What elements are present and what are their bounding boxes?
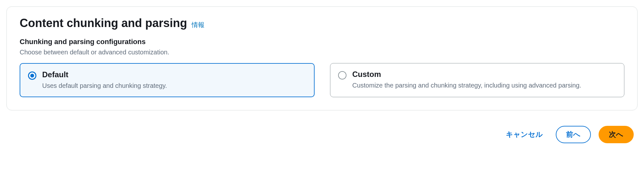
- option-custom-desc: Customize the parsing and chunking strat…: [352, 81, 616, 90]
- radio-custom[interactable]: [338, 71, 346, 79]
- option-default-title: Default: [42, 70, 306, 79]
- panel-header: Content chunking and parsing 情報: [20, 16, 624, 30]
- option-custom[interactable]: Custom Customize the parsing and chunkin…: [330, 63, 624, 97]
- config-sub-heading: Chunking and parsing configurations: [20, 38, 624, 46]
- previous-button[interactable]: 前へ: [556, 126, 591, 143]
- option-custom-text: Custom Customize the parsing and chunkin…: [352, 70, 616, 90]
- panel-title: Content chunking and parsing: [20, 16, 187, 30]
- next-button[interactable]: 次へ: [599, 126, 634, 143]
- option-default-text: Default Uses default parsing and chunkin…: [42, 70, 306, 90]
- cancel-button[interactable]: キャンセル: [501, 126, 548, 143]
- radio-default[interactable]: [28, 71, 36, 80]
- info-link[interactable]: 情報: [192, 21, 204, 29]
- config-sub-desc: Choose between default or advanced custo…: [20, 49, 624, 56]
- content-chunking-panel: Content chunking and parsing 情報 Chunking…: [6, 6, 638, 110]
- option-custom-title: Custom: [352, 70, 616, 79]
- option-default-desc: Uses default parsing and chunking strate…: [42, 81, 306, 90]
- option-default[interactable]: Default Uses default parsing and chunkin…: [20, 63, 315, 97]
- footer-actions: キャンセル 前へ 次へ: [6, 126, 638, 143]
- options-row: Default Uses default parsing and chunkin…: [20, 63, 624, 97]
- radio-default-inner: [30, 74, 34, 78]
